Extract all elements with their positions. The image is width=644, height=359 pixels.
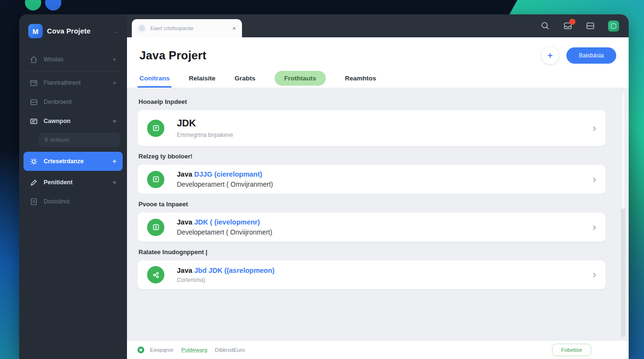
- item-subtitle: Emmegrtna bnpakeve: [177, 132, 233, 138]
- chevron-right-icon[interactable]: ›: [593, 123, 596, 134]
- sidebar-item-label: Denbroent: [44, 99, 71, 105]
- add-button[interactable]: +: [541, 47, 559, 64]
- tab-title: Eaerl crtvtlsoparste: [150, 25, 194, 31]
- sidebar-item-1[interactable]: Woolas +: [25, 50, 121, 69]
- main-area: Eaerl crtvtlsoparste ✕ Java Proje: [127, 14, 629, 359]
- footer-item-1[interactable]: Eexpqnor: [150, 347, 173, 353]
- logo-icon: M: [28, 24, 43, 38]
- item-title-link[interactable]: Jbd JDK ((asrelopmeon): [194, 267, 275, 274]
- sidebar-item-3[interactable]: Denbroent: [25, 92, 121, 112]
- expand-plus-icon[interactable]: +: [113, 56, 116, 63]
- sidebar-collapse-icon[interactable]: ⌄: [114, 28, 118, 34]
- sidebar-subitem-label: B strlibone: [45, 137, 69, 143]
- sidebar-item-label: Penitident: [44, 179, 72, 186]
- search-icon[interactable]: [540, 21, 550, 31]
- primary-action-button[interactable]: Baisbásia: [566, 47, 616, 64]
- section-heading-4: Ralatee Inudognppent |: [138, 248, 618, 256]
- expand-plus-icon[interactable]: +: [113, 157, 116, 165]
- tab-avatar-icon: [138, 24, 146, 33]
- sidebar-item-label: Woolas: [44, 56, 63, 63]
- tab-4-highlighted[interactable]: Frothtauts: [275, 71, 326, 86]
- tab-1-active[interactable]: Conitrans: [139, 75, 170, 88]
- expand-plus-icon[interactable]: +: [113, 79, 116, 87]
- sidebar-item-6[interactable]: Penitident +: [25, 173, 121, 192]
- sidebar: M Cova Projete ⌄ Woolas + Flanrirathiren…: [19, 14, 127, 359]
- item-title-bold: Java: [177, 218, 192, 226]
- card-icon: [30, 98, 38, 106]
- avatar-glyph: [611, 23, 616, 29]
- tab-3[interactable]: Grabts: [235, 75, 256, 88]
- logo: M Cova Projete ⌄: [25, 14, 121, 46]
- browser-tab[interactable]: Eaerl crtvtlsoparste ✕: [132, 19, 242, 37]
- expand-plus-icon[interactable]: +: [113, 179, 116, 186]
- item-title-link[interactable]: JDK ( (ievelopmenr): [194, 218, 260, 226]
- home-icon: [30, 56, 38, 64]
- sidebar-item-7[interactable]: Docistinst: [25, 192, 121, 211]
- header-actions: + Baisbásia: [541, 47, 616, 64]
- package-icon: [147, 219, 164, 236]
- notification-badge: [569, 19, 575, 25]
- scrollbar-thumb[interactable]: [621, 91, 625, 209]
- sidebar-subitem[interactable]: B strlibone: [39, 133, 120, 147]
- item-title: JDK: [177, 118, 233, 129]
- document-icon: [30, 198, 38, 206]
- sidebar-item-label: Docistinst: [44, 198, 69, 205]
- topbar: Eaerl crtvtlsoparste ✕: [127, 14, 629, 37]
- section-heading-1: Hooaelp Inpdeet: [138, 98, 618, 105]
- item-line2: Developeramert ( Omvijranmert): [177, 180, 273, 188]
- package-icon: [147, 120, 164, 137]
- sidebar-item-label: Crtesetrdanze: [44, 158, 83, 165]
- sidebar-item-2[interactable]: Flanrirathirent +: [25, 73, 121, 92]
- share-icon: [147, 266, 164, 283]
- pencil-icon: [30, 179, 38, 187]
- tab-5[interactable]: Reamhtos: [345, 75, 376, 88]
- list-item-java-jdk-1[interactable]: Java DJJG (cierelopmant) Developeramert …: [138, 165, 606, 194]
- tab-2[interactable]: Relaisite: [189, 75, 216, 88]
- page-header: Java Projert + Baisbásia Conitrans Relai…: [127, 37, 629, 88]
- gear-icon: [30, 157, 38, 166]
- list-item-jdk[interactable]: JDK Emmegrtna bnpakeve ›: [138, 110, 606, 146]
- content-panel: Hooaelp Inpdeet JDK Emmegrtna bnpakeve ›…: [127, 88, 629, 341]
- tab-close-icon[interactable]: ✕: [232, 26, 236, 31]
- logo-text: Cova Projete: [47, 27, 91, 35]
- footer-action-button[interactable]: Fobetise: [552, 344, 591, 356]
- sidebar-nav: Woolas + Flanrirathirent + Denbroent: [25, 50, 121, 211]
- chevron-right-icon[interactable]: ›: [593, 269, 596, 280]
- window-icon: [30, 79, 38, 87]
- section-heading-3: Pvooe ta Inpaeet: [138, 201, 618, 208]
- user-avatar[interactable]: [608, 21, 619, 32]
- sidebar-item-active[interactable]: Crtesetrdanze +: [23, 152, 123, 171]
- inbox-icon[interactable]: [563, 21, 573, 31]
- tabs-bar: Conitrans Relaisite Grabts Frothtauts Re…: [139, 75, 616, 88]
- footer-item-3[interactable]: DibknstEuro: [215, 347, 245, 353]
- section-heading-2: Relzeg ty bboloer!: [138, 153, 618, 160]
- expand-plus-icon[interactable]: +: [113, 117, 116, 125]
- list-item-java-jdk-2[interactable]: Java JDK ( (ievelopmenr) Developetamert …: [138, 213, 606, 242]
- scrollbar-track[interactable]: [621, 91, 625, 337]
- package-icon: [147, 171, 164, 188]
- chevron-right-icon[interactable]: ›: [593, 222, 596, 233]
- footer-item-2[interactable]: Puldewarg: [181, 347, 207, 353]
- list-item-java-jdk-3[interactable]: Java Jbd JDK ((asrelopmeon) Corlemma) ›: [138, 260, 606, 289]
- sidebar-item-label: Cawnpon: [44, 118, 70, 124]
- item-line2: Corlemma): [177, 277, 275, 283]
- page-title: Java Projert: [139, 49, 207, 62]
- item-line2: Developetamert ( Onviijronmert): [177, 228, 272, 236]
- status-footer: Eexpqnor Puldewarg DibknstEuro Fobetise: [127, 341, 629, 359]
- item-title-bold: Java: [177, 267, 192, 274]
- item-title-bold: Java: [177, 170, 192, 178]
- chevron-right-icon[interactable]: ›: [593, 174, 596, 185]
- sidebar-item-4[interactable]: Cawnpon +: [25, 112, 121, 131]
- panel-icon: [30, 117, 38, 125]
- app-window: M Cova Projete ⌄ Woolas + Flanrirathiren…: [19, 14, 629, 359]
- sidebar-divider: [26, 71, 120, 71]
- decor-circle-green: [25, 0, 41, 11]
- layout-icon[interactable]: [586, 21, 595, 31]
- status-green-icon: [138, 347, 144, 353]
- item-title-link[interactable]: DJJG (cierelopmant): [194, 170, 262, 178]
- sidebar-item-label: Flanrirathirent: [44, 79, 80, 86]
- decor-circle-blue: [45, 0, 61, 11]
- topbar-icons: [540, 14, 619, 37]
